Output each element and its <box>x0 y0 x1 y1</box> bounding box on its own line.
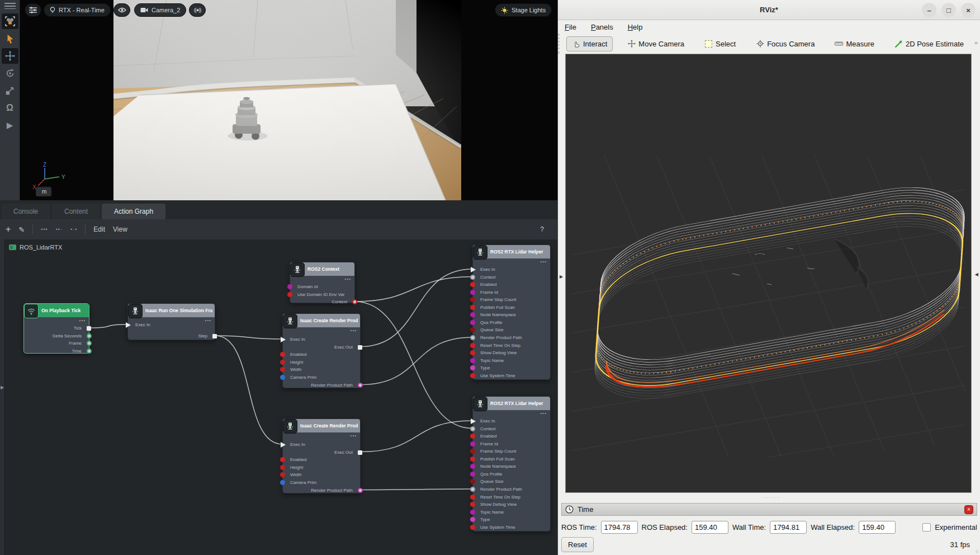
port-render-product-path[interactable]: Render Product Path <box>473 486 550 493</box>
port-exec-in[interactable]: Exec In <box>283 336 360 343</box>
port-connector[interactable] <box>470 517 475 522</box>
port-connector[interactable] <box>280 352 285 357</box>
port-enabled[interactable]: Enabled <box>283 351 360 358</box>
port-frame-id[interactable]: Frame Id <box>473 441 550 448</box>
port-exec-in[interactable]: Exec In <box>473 418 550 425</box>
port-frame-id[interactable]: Frame Id <box>473 289 550 296</box>
port-frame-skip-count[interactable]: Frame Skip Count <box>473 448 550 455</box>
port-show-debug-view[interactable]: Show Debug View <box>473 501 550 508</box>
graph-breadcrumb[interactable]: ROS_LidarRTX <box>9 244 62 251</box>
port-connector[interactable] <box>281 337 286 342</box>
renderer-button[interactable]: RTX - Real-Time <box>44 3 111 17</box>
tab-action-graph[interactable]: Action Graph <box>102 204 165 219</box>
port-camera-prim[interactable]: Camera Prim <box>283 479 360 486</box>
tool-measure[interactable]: Measure <box>829 36 880 51</box>
port-connector[interactable] <box>470 495 475 500</box>
node-options-dots[interactable]: ••• <box>79 318 86 323</box>
port-exec-in[interactable]: Exec In <box>128 322 215 328</box>
port-reset-time-on-step[interactable]: Reset Time On Step <box>473 342 550 349</box>
port-type[interactable]: Type <box>473 516 550 523</box>
port-queue-size[interactable]: Queue Size <box>473 327 550 333</box>
port-topic-name[interactable]: Topic Name <box>473 509 550 516</box>
port-height[interactable]: Height <box>283 464 360 471</box>
port-time[interactable]: Time <box>24 348 89 355</box>
menu-panels[interactable]: Panels <box>591 23 613 31</box>
port-render-product-path[interactable]: Render Product Path <box>283 487 360 494</box>
visibility-button[interactable] <box>113 3 130 17</box>
port-connector[interactable] <box>470 441 475 446</box>
time-field-value-roselapsed[interactable] <box>692 521 728 534</box>
port-connector[interactable] <box>470 305 475 310</box>
select-mode-button[interactable] <box>2 13 18 29</box>
node-rp2[interactable]: Isaac Create Render Product•••Exec InExe… <box>282 418 361 493</box>
port-enabled[interactable]: Enabled <box>473 281 550 288</box>
edit-menu[interactable]: Edit <box>93 225 105 233</box>
live-sync-button[interactable]: ((●)) <box>189 3 206 17</box>
port-connector[interactable] <box>470 282 475 287</box>
port-use-domain-id-env-var[interactable]: Use Domain ID Env Var <box>290 291 354 298</box>
port-exec-out[interactable]: Exec Out <box>283 344 360 351</box>
expand-right-panel-icon[interactable]: ◀ <box>975 272 978 277</box>
port-connector[interactable] <box>470 487 475 492</box>
tool-interact[interactable]: Interact <box>566 36 613 51</box>
expand-panel-icon[interactable]: ▶ <box>1 385 4 390</box>
menu-file[interactable]: File <box>565 23 576 31</box>
port-use-system-time[interactable]: Use System Time <box>473 373 550 379</box>
port-connector[interactable] <box>470 472 475 477</box>
port-exec-in[interactable]: Exec In <box>283 441 360 448</box>
port-connector[interactable] <box>470 343 475 348</box>
viewport-settings-button[interactable] <box>25 3 41 17</box>
port-camera-prim[interactable]: Camera Prim <box>283 374 360 381</box>
port-connector[interactable] <box>470 320 475 325</box>
port-queue-size[interactable]: Queue Size <box>473 478 550 485</box>
port-connector[interactable] <box>280 472 285 477</box>
port-context[interactable]: Context <box>473 426 550 432</box>
port-connector[interactable] <box>470 449 475 454</box>
tool-focus-camera[interactable]: Focus Camera <box>750 36 820 51</box>
collapsed-panel-strip[interactable]: ▶ <box>0 239 5 555</box>
port-connector[interactable] <box>281 442 286 448</box>
scale-tool-button[interactable] <box>2 83 18 98</box>
node-options-dots[interactable]: ••• <box>351 433 357 438</box>
port-domain-id[interactable]: Domain Id <box>290 284 354 290</box>
port-connector[interactable] <box>470 312 475 317</box>
port-frame[interactable]: Frame <box>24 340 89 347</box>
toolbar-overflow-icon[interactable]: » <box>974 39 978 46</box>
isaac-viewport[interactable]: RTX - Real-Time Camera_2 ((●)) Stage Lig… <box>20 0 557 200</box>
node-options-dots[interactable]: ••• <box>541 411 547 416</box>
port-height[interactable]: Height <box>283 359 360 366</box>
axis-unit-label[interactable]: m <box>42 189 46 195</box>
play-button[interactable]: ▶ <box>2 117 18 133</box>
maximize-button[interactable]: □ <box>941 3 956 17</box>
expand-left-panel-icon[interactable]: ▶ <box>560 274 563 279</box>
port-connector[interactable] <box>470 327 475 332</box>
port-connector[interactable] <box>87 333 92 338</box>
port-connector[interactable] <box>212 334 217 338</box>
port-reset-time-on-step[interactable]: Reset Time On Step <box>473 494 550 501</box>
time-field-value-walltime[interactable] <box>770 521 807 534</box>
port-enabled[interactable]: Enabled <box>473 433 550 440</box>
layout-dots-icon-2[interactable]: ••· <box>56 227 63 232</box>
port-topic-name[interactable]: Topic Name <box>473 358 550 364</box>
view-menu[interactable]: View <box>113 225 127 233</box>
rviz-titlebar[interactable]: RViz* –□× <box>558 0 980 20</box>
rviz-3d-view[interactable] <box>565 54 972 493</box>
tool-move-camera[interactable]: Move Camera <box>622 36 690 51</box>
move-tool-button[interactable] <box>2 48 18 64</box>
port-connector[interactable] <box>358 345 362 350</box>
stage-lights-button[interactable]: Stage Lights <box>495 3 552 17</box>
port-publish-full-scan[interactable]: Publish Full Scan <box>473 304 550 311</box>
port-show-debug-view[interactable]: Show Debug View <box>473 350 550 356</box>
time-field-value-rostime[interactable] <box>601 521 638 534</box>
experimental-checkbox[interactable] <box>922 523 931 532</box>
port-connector[interactable] <box>470 373 475 378</box>
port-connector[interactable] <box>358 383 363 388</box>
port-enabled[interactable]: Enabled <box>283 457 360 463</box>
port-connector[interactable] <box>280 360 285 365</box>
port-connector[interactable] <box>470 479 475 484</box>
port-connector[interactable] <box>470 335 475 340</box>
port-connector[interactable] <box>280 367 285 372</box>
add-node-button[interactable]: + <box>6 224 11 234</box>
port-node-namespace[interactable]: Node Namespace <box>473 463 550 470</box>
port-context[interactable]: Context <box>473 274 550 281</box>
